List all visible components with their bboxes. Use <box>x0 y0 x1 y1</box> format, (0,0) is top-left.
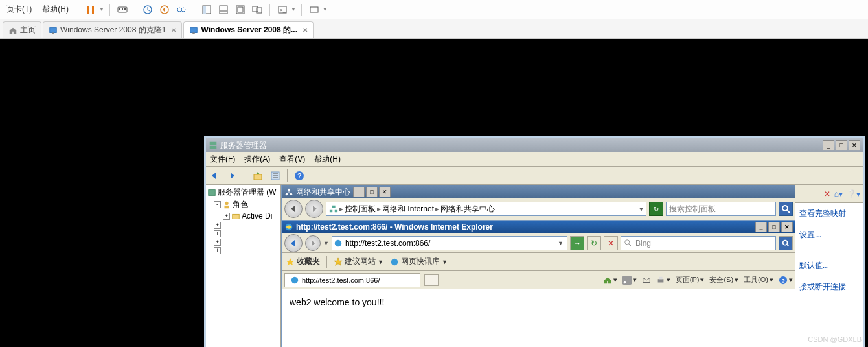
maximize-button[interactable]: □ <box>366 187 378 197</box>
properties-button[interactable] <box>268 169 283 183</box>
help-icon[interactable]: ❔▾ <box>847 189 860 198</box>
new-tab-button[interactable] <box>424 274 439 286</box>
close-icon[interactable]: ✕ <box>171 27 176 34</box>
link-full-map[interactable]: 查看完整映射 <box>795 203 863 224</box>
back-button[interactable] <box>284 200 303 218</box>
menu-view[interactable]: 查看(V) <box>279 154 305 165</box>
bc-item[interactable]: 网络和共享中心 <box>440 204 495 215</box>
dropdown-icon[interactable]: ▼ <box>556 240 565 246</box>
expand-icon[interactable]: + <box>223 213 230 220</box>
favorites-button[interactable]: 收藏夹 <box>286 256 320 267</box>
snapshot-icon[interactable] <box>141 3 155 17</box>
tree-roles[interactable]: - 角色 <box>207 198 279 211</box>
search-button[interactable] <box>779 202 793 216</box>
safety-menu[interactable]: 安全(S) ▾ <box>709 275 738 285</box>
home-button[interactable]: ▾ <box>603 276 617 285</box>
tab-vm-active[interactable]: Windows Server 2008 的... ✕ <box>183 21 314 38</box>
svg-rect-23 <box>190 27 198 32</box>
web-slices[interactable]: 网页快讯库 ▼ <box>390 256 448 267</box>
minimize-button[interactable]: _ <box>755 222 767 232</box>
history-dropdown[interactable]: ▼ <box>323 240 329 246</box>
back-button[interactable] <box>284 234 303 252</box>
tree-node[interactable]: + <box>207 238 279 246</box>
search-input[interactable]: 搜索控制面板 <box>666 202 776 216</box>
expand-icon[interactable]: + <box>214 247 221 254</box>
dropdown-icon[interactable]: ▼ <box>323 6 328 12</box>
snapshot-manager-icon[interactable] <box>174 3 188 17</box>
tree-node[interactable]: + <box>207 230 279 238</box>
feeds-button[interactable]: ▾ <box>622 276 637 285</box>
bc-item[interactable]: 控制面板 <box>345 204 376 215</box>
maximize-button[interactable]: □ <box>768 222 780 232</box>
go-button[interactable]: → <box>570 236 584 250</box>
tools-menu[interactable]: 工具(O) ▾ <box>744 275 773 285</box>
fullscreen-icon[interactable] <box>233 3 247 17</box>
link-settings[interactable]: 设置... <box>795 224 863 246</box>
tree-panel[interactable]: 服务器管理器 (W - 角色 + Active Di + + + + <box>206 185 281 347</box>
stretch-icon[interactable] <box>307 3 321 17</box>
view-split-icon[interactable] <box>216 3 231 17</box>
page-menu[interactable]: 页面(P) ▾ <box>676 275 705 285</box>
suggested-sites[interactable]: 建议网站 ▼ <box>334 256 383 267</box>
expand-icon[interactable]: + <box>214 222 221 229</box>
link-defaults[interactable]: 默认值... <box>795 255 863 276</box>
forward-button[interactable] <box>305 200 323 218</box>
tab-home[interactable]: 主页 <box>3 21 41 38</box>
dropdown-icon[interactable]: ▾ <box>639 204 643 213</box>
tree-activedir[interactable]: + Active Di <box>207 211 279 221</box>
tree-node[interactable]: + <box>207 221 279 230</box>
refresh-button[interactable]: ↻ <box>649 202 663 216</box>
stop-icon[interactable]: ✕ <box>824 189 830 198</box>
back-button[interactable] <box>209 169 224 183</box>
search-box[interactable]: Bing <box>621 236 776 250</box>
pause-icon[interactable] <box>84 3 98 17</box>
address-bar[interactable]: ▼ <box>332 236 567 250</box>
vm-console[interactable]: 服务器管理器 _ □ ✕ 文件(F) 操作(A) 查看(V) 帮助(H) ? <box>0 39 868 347</box>
expand-icon[interactable]: + <box>214 230 221 237</box>
stop-button[interactable]: ✕ <box>604 236 618 250</box>
send-ctrl-alt-del-icon[interactable] <box>115 3 130 17</box>
minimize-button[interactable]: _ <box>823 140 834 150</box>
dropdown-icon[interactable]: ▼ <box>291 6 296 12</box>
close-button[interactable]: ✕ <box>849 140 860 150</box>
menu-tab[interactable]: 页卡(T) <box>3 1 36 18</box>
mail-button[interactable] <box>642 276 651 285</box>
dropdown-icon[interactable]: ▼ <box>99 6 104 12</box>
tab-vm-clone1[interactable]: Windows Server 2008 的克隆1 ✕ <box>43 21 182 38</box>
forward-button[interactable] <box>226 169 242 183</box>
unity-icon[interactable] <box>250 3 264 17</box>
refresh-button[interactable]: ↻ <box>587 236 601 250</box>
titlebar[interactable]: http://test2.test.com:866/ - Windows Int… <box>282 221 795 233</box>
maximize-button[interactable]: □ <box>836 140 847 150</box>
tree-node[interactable]: + <box>207 246 279 255</box>
menu-help[interactable]: 帮助(H) <box>314 154 341 165</box>
forward-button[interactable] <box>305 235 321 251</box>
tree-root[interactable]: 服务器管理器 (W <box>207 186 279 198</box>
close-button[interactable]: ✕ <box>781 222 793 232</box>
view-single-icon[interactable] <box>200 3 214 17</box>
search-go-button[interactable] <box>779 236 793 250</box>
console-icon[interactable]: >_ <box>275 3 290 17</box>
link-connect[interactable]: 接或断开连接 <box>795 276 863 298</box>
menu-file[interactable]: 文件(F) <box>210 154 235 165</box>
url-input[interactable] <box>345 239 553 248</box>
menu-action[interactable]: 操作(A) <box>244 154 270 165</box>
menu-help[interactable]: 帮助(H) <box>38 1 73 18</box>
print-button[interactable]: ▾ <box>656 276 670 285</box>
up-button[interactable] <box>250 169 266 183</box>
bc-item[interactable]: 网络和 Internet <box>382 204 434 215</box>
help-button[interactable]: ? <box>291 169 307 183</box>
revert-snapshot-icon[interactable] <box>157 3 172 17</box>
breadcrumb[interactable]: ▸ 控制面板 ▸ 网络和 Internet ▸ 网络和共享中心 ▾ <box>326 202 646 216</box>
svg-rect-24 <box>193 32 196 34</box>
close-icon[interactable]: ✕ <box>303 27 308 34</box>
home-icon[interactable]: ⌂▾ <box>834 189 843 198</box>
titlebar[interactable]: 网络和共享中心 _ □ ✕ <box>282 185 795 198</box>
help-button[interactable]: ?▾ <box>779 276 793 285</box>
minimize-button[interactable]: _ <box>353 187 365 197</box>
titlebar[interactable]: 服务器管理器 _ □ ✕ <box>206 138 863 152</box>
collapse-icon[interactable]: - <box>214 201 221 208</box>
browser-tab[interactable]: http://test2.test.com:866/ <box>284 273 420 287</box>
close-button[interactable]: ✕ <box>379 187 391 197</box>
expand-icon[interactable]: + <box>214 239 221 246</box>
